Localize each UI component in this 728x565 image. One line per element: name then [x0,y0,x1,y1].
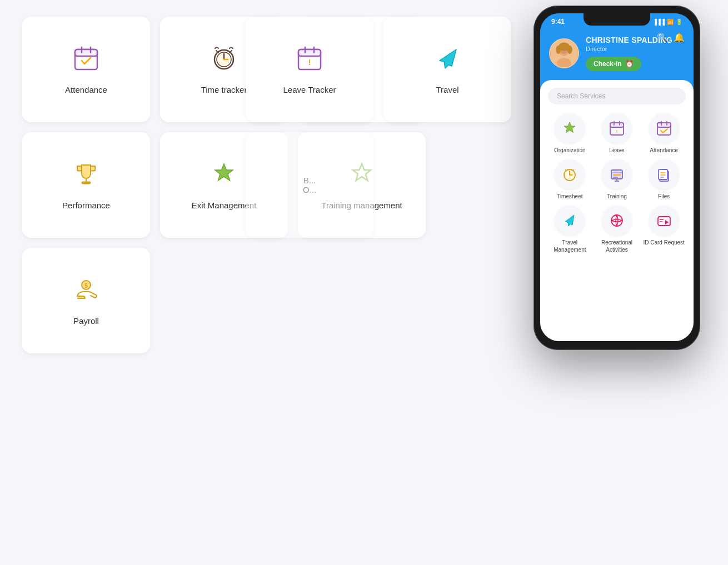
app-id-card-request-label: ID Card Request [643,239,684,246]
training-icon [602,159,632,189]
card-performance-label: Performance [62,201,110,210]
trophy-icon [73,161,99,191]
phone-notch [584,13,650,26]
svg-rect-37 [657,123,671,127]
search-icon[interactable]: 🔍 [657,32,668,43]
app-attendance[interactable]: Attendance [642,113,686,154]
app-travel-management[interactable]: Travel Management [548,206,592,253]
travel-management-icon [555,206,585,236]
calendar-alert-icon: ! [296,45,323,75]
app-training-label: Training [607,193,627,200]
card-travel-label: Travel [436,85,458,94]
bell-icon[interactable]: 🔔 [674,32,685,43]
app-timesheet-label: Timesheet [557,193,582,200]
card-payroll-label: Payroll [73,316,99,326]
svg-text:!: ! [308,58,311,67]
svg-marker-14 [215,164,233,181]
svg-point-25 [557,58,571,68]
checkin-button[interactable]: Check-in ⏰ [586,57,641,71]
recreational-activities-icon [602,206,632,236]
svg-rect-48 [613,177,618,178]
card-business-other[interactable]: B...O... [246,132,373,238]
app-organization[interactable]: Organization [548,113,592,154]
app-leave[interactable]: ! Leave [595,113,639,154]
svg-rect-47 [613,174,621,176]
phone-header: CHRISTINE SPALDING Director Check-in ⏰ 🔍… [540,28,694,80]
svg-rect-1 [75,49,97,56]
user-role: Director [586,46,685,52]
svg-line-43 [565,169,566,171]
search-bar[interactable]: Search Services [548,88,686,104]
svg-point-29 [567,46,572,54]
status-time: 9:41 [551,18,565,26]
avatar [549,38,579,68]
phone-screen: 9:41 ▐▐▐ 📶 🔋 [540,13,694,341]
svg-point-28 [556,46,561,54]
svg-rect-57 [658,217,670,226]
status-icons: ▐▐▐ 📶 🔋 [653,19,682,25]
card-attendance-label: Attendance [65,85,107,94]
svg-text:$: $ [84,283,88,289]
files-app-icon [649,159,679,189]
app-leave-label: Leave [609,147,624,154]
clock-alarm-icon [211,45,237,75]
app-organization-label: Organization [554,147,586,154]
organization-icon [555,113,585,143]
svg-line-9 [230,51,232,53]
app-timesheet[interactable]: Timesheet [548,159,592,200]
calendar-check-icon [73,45,99,75]
app-files-label: Files [658,193,670,200]
phone-mockup: 9:41 ▐▐▐ 📶 🔋 [522,6,711,350]
app-attendance-label: Attendance [650,147,678,154]
card-attendance[interactable]: Attendance [22,17,150,122]
svg-marker-30 [564,122,575,133]
plane-icon [434,45,461,75]
phone-body: Search Services Organization [540,80,694,341]
money-hand-icon: $ [73,276,99,306]
svg-rect-19 [298,49,321,56]
app-id-card-request[interactable]: ID Card Request [642,206,686,253]
svg-line-44 [573,169,574,171]
card-leave-tracker-label: Leave Tracker [283,85,336,94]
card-payroll[interactable]: $ Payroll [22,248,150,353]
svg-point-56 [611,215,622,226]
card-travel[interactable]: Travel [383,17,511,122]
card-leave-tracker[interactable]: ! Leave Tracker [246,17,373,122]
star-exit-icon [211,161,237,191]
id-card-request-icon [649,206,679,236]
card-time-tracker-label: Time tracker [201,85,247,94]
leave-icon: ! [602,113,632,143]
svg-rect-32 [610,123,624,127]
app-travel-management-label: Travel Management [548,239,592,253]
timesheet-icon [555,159,585,189]
card-business-label: B...O... [303,176,316,194]
app-training[interactable]: Training [595,159,639,200]
app-recreational-activities-label: Recreational Activities [595,239,639,253]
card-performance[interactable]: Performance [22,132,150,238]
header-actions: 🔍 🔔 [657,32,685,43]
svg-line-8 [216,51,218,53]
svg-text:!: ! [616,129,618,134]
app-recreational-activities[interactable]: Recreational Activities [595,206,639,253]
svg-rect-52 [659,169,667,179]
svg-rect-13 [82,182,91,184]
attendance-icon [649,113,679,143]
app-grid: Organization ! [548,113,686,253]
app-files[interactable]: Files [642,159,686,200]
